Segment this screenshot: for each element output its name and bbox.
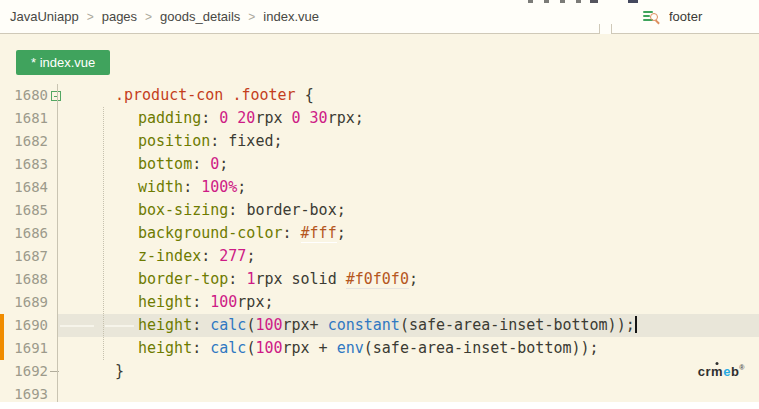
code-line-1682[interactable]: 1682position: fixed; xyxy=(0,130,759,153)
code-line-1693[interactable]: 1693 xyxy=(0,383,759,402)
code-line-content[interactable]: } xyxy=(58,360,759,383)
code-line-content[interactable]: .product-con .footer { xyxy=(58,84,759,107)
gutter: 1686 xyxy=(0,222,58,245)
changed-lines-bar xyxy=(0,314,4,360)
code-token: 100% xyxy=(201,178,237,196)
code-token: calc xyxy=(210,339,246,357)
breadcrumb-separator: > xyxy=(145,10,152,24)
code-token: height xyxy=(138,316,192,334)
code-token: (safe-area-inset-bottom)); xyxy=(364,339,599,357)
code-token: ; xyxy=(409,270,418,288)
code-token: ; xyxy=(355,109,364,127)
breadcrumb-item-pages[interactable]: pages xyxy=(102,9,137,24)
code-line-1684[interactable]: 1684width: 100%; xyxy=(0,176,759,199)
code-token: background-color xyxy=(138,224,283,242)
divider xyxy=(611,24,612,34)
code-token: ; xyxy=(219,155,228,173)
text-cursor xyxy=(635,316,637,333)
gutter: 1688 xyxy=(0,268,58,291)
code-token: : xyxy=(283,224,301,242)
code-token: : xyxy=(192,155,210,173)
toolbar-icon-fragment xyxy=(576,0,581,3)
crmeb-watermark: crmeb® xyxy=(698,364,745,379)
code-token: rpx solid xyxy=(255,270,345,288)
line-number: 1688 xyxy=(0,268,58,291)
code-line-content[interactable]: height: calc(100rpx+ constant(safe-area-… xyxy=(58,314,759,337)
line-number: 1691 xyxy=(0,337,58,360)
gutter: 1689 xyxy=(0,291,58,314)
breadcrumb-item-goods_details[interactable]: goods_details xyxy=(160,9,240,24)
code-line-1692[interactable]: 1692} xyxy=(0,360,759,383)
gutter-separator xyxy=(57,84,58,402)
code-line-content[interactable]: background-color: #fff; xyxy=(58,222,759,245)
code-line-1687[interactable]: 1687z-index: 277; xyxy=(0,245,759,268)
code-token: : xyxy=(228,270,246,288)
top-bar: JavaUniapp>pages>goods_details>index.vue xyxy=(0,0,759,34)
search-box[interactable] xyxy=(612,0,759,33)
code-token: : xyxy=(228,201,246,219)
code-token: height xyxy=(138,339,192,357)
code-token: : xyxy=(192,293,210,311)
tab-index-vue[interactable]: * index.vue xyxy=(16,50,110,75)
code-token: ; xyxy=(246,247,255,265)
code-line-content[interactable] xyxy=(58,383,759,402)
code-line-content[interactable]: border-top: 1rpx solid #f0f0f0; xyxy=(58,268,759,291)
indent-guide xyxy=(103,107,104,360)
code-line-content[interactable]: width: 100%; xyxy=(58,176,759,199)
code-token: { xyxy=(296,86,314,104)
breadcrumb-separator: > xyxy=(248,10,255,24)
code-token: env xyxy=(337,339,364,357)
tab-whitespace-marker xyxy=(60,325,94,327)
code-token: width xyxy=(138,178,183,196)
code-token: .product-con .footer xyxy=(115,86,296,104)
watermark-text: cr xyxy=(698,364,711,379)
code-line-1688[interactable]: 1688border-top: 1rpx solid #f0f0f0; xyxy=(0,268,759,291)
search-icon xyxy=(643,10,659,24)
fold-collapse-icon[interactable] xyxy=(51,91,61,101)
code-line-content[interactable]: z-index: 277; xyxy=(58,245,759,268)
gutter: 1690 xyxy=(0,314,58,337)
code-token: #fff xyxy=(301,224,337,243)
gutter: 1682 xyxy=(0,130,58,153)
code-line-1680[interactable]: 1680.product-con .footer { xyxy=(0,84,759,107)
code-token: (safe-area-inset-bottom)); xyxy=(400,316,635,334)
code-token: 100 xyxy=(210,293,237,311)
code-token: 277 xyxy=(219,247,246,265)
code-line-1685[interactable]: 1685box-sizing: border-box; xyxy=(0,199,759,222)
code-token: 0 xyxy=(292,109,301,127)
code-line-1683[interactable]: 1683bottom: 0; xyxy=(0,153,759,176)
toolbar-icon-fragment xyxy=(544,0,549,3)
code-token xyxy=(301,109,310,127)
registered-mark: ® xyxy=(739,364,745,371)
code-line-content[interactable]: bottom: 0; xyxy=(58,153,759,176)
code-token: ; xyxy=(337,224,346,242)
code-token: constant xyxy=(328,316,400,334)
code-token: 100 xyxy=(255,316,282,334)
code-line-content[interactable]: height: 100rpx; xyxy=(58,291,759,314)
bottom-strip xyxy=(0,402,759,409)
code-line-1681[interactable]: 1681padding: 0 20rpx 0 30rpx; xyxy=(0,107,759,130)
code-line-content[interactable]: height: calc(100rpx + env(safe-area-inse… xyxy=(58,337,759,360)
line-number: 1684 xyxy=(0,176,58,199)
search-input[interactable] xyxy=(669,9,759,24)
divider xyxy=(599,24,600,34)
toolbar-icon-fragment xyxy=(528,0,533,3)
code-line-content[interactable]: position: fixed; xyxy=(58,130,759,153)
code-line-1690[interactable]: 1690height: calc(100rpx+ constant(safe-a… xyxy=(0,314,759,337)
code-token: fixed; xyxy=(228,132,282,150)
code-line-1686[interactable]: 1686background-color: #fff; xyxy=(0,222,759,245)
code-token: rpx; xyxy=(237,293,273,311)
breadcrumb: JavaUniapp>pages>goods_details>index.vue xyxy=(10,0,319,33)
code-line-1691[interactable]: 1691height: calc(100rpx + env(safe-area-… xyxy=(0,337,759,360)
code-line-content[interactable]: box-sizing: border-box; xyxy=(58,199,759,222)
breadcrumb-item-index.vue[interactable]: index.vue xyxy=(263,9,319,24)
code-line-1689[interactable]: 1689height: 100rpx; xyxy=(0,291,759,314)
code-token: 30 xyxy=(310,109,328,127)
code-line-content[interactable]: padding: 0 20rpx 0 30rpx; xyxy=(58,107,759,130)
code-token: padding xyxy=(138,109,201,127)
gutter: 1681 xyxy=(0,107,58,130)
breadcrumb-item-JavaUniapp[interactable]: JavaUniapp xyxy=(10,9,79,24)
line-number: 1683 xyxy=(0,153,58,176)
code-editor[interactable]: 1680.product-con .footer {1681padding: 0… xyxy=(0,84,759,402)
code-token: rpx xyxy=(328,109,355,127)
